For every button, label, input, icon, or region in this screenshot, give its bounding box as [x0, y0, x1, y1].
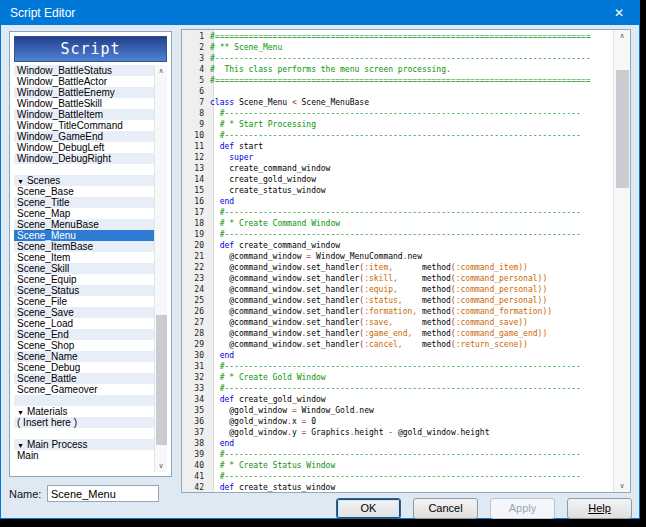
line-number: 32 [182, 372, 210, 383]
code-line: 29 @command_window.set_handler(:cancel, … [182, 339, 613, 350]
category-row[interactable]: ▼Main Process [14, 439, 154, 450]
script-list-scrollbar[interactable]: ∧ ∨ [154, 65, 167, 472]
editor-scrollbar-thumb[interactable] [616, 70, 629, 188]
code-line: 42 def create_status_window [182, 482, 613, 492]
list-item[interactable]: Scene_Menu [14, 230, 154, 241]
code-text: #---------------------------------------… [210, 472, 581, 481]
list-item[interactable]: Scene_Title [14, 197, 154, 208]
code-line: 37 @gold_window.y = Graphics.height - @g… [182, 427, 613, 438]
line-number: 16 [182, 196, 210, 207]
list-item[interactable]: Scene_Debug [14, 362, 154, 373]
scroll-up-icon[interactable]: ∧ [155, 65, 167, 77]
apply-button[interactable]: Apply [490, 498, 555, 519]
line-number: 33 [182, 383, 210, 394]
scroll-down-icon[interactable]: ∨ [155, 460, 167, 472]
list-item-label: Scene_Base [17, 186, 74, 197]
line-number: 13 [182, 163, 210, 174]
script-list-header: Script [14, 36, 167, 62]
list-item[interactable]: Window_DebugRight [14, 153, 154, 164]
line-number: 3 [182, 53, 210, 64]
list-item[interactable]: Scene_Shop [14, 340, 154, 351]
category-collapse-icon[interactable]: ▼ [17, 178, 24, 185]
code-text: #---------------------------------------… [210, 384, 581, 393]
code-line: 6 [182, 86, 613, 97]
script-list-scrollbar-thumb[interactable] [156, 315, 167, 445]
line-number: 39 [182, 449, 210, 460]
list-item[interactable]: Scene_Battle [14, 373, 154, 384]
script-list[interactable]: Window_BattleStatusWindow_BattleActorWin… [14, 65, 154, 472]
name-input[interactable] [47, 485, 159, 502]
category-collapse-icon[interactable]: ▼ [17, 409, 24, 416]
category-row[interactable]: ▼Scenes [14, 175, 154, 186]
code-text: end [210, 439, 234, 448]
scroll-up-icon[interactable]: ∧ [614, 30, 630, 42]
list-item[interactable]: Window_BattleActor [14, 76, 154, 87]
list-item-label: Scene_Load [17, 318, 73, 329]
list-item[interactable]: Window_TitleCommand [14, 120, 154, 131]
code-text: def start [210, 142, 263, 151]
editor-scrollbar[interactable]: ∧ ∨ [613, 30, 630, 492]
list-item[interactable]: Main [14, 450, 154, 461]
list-item[interactable]: Scene_Item [14, 252, 154, 263]
line-number: 21 [182, 251, 210, 262]
list-item[interactable]: Scene_Load [14, 318, 154, 329]
list-item[interactable]: Scene_ItemBase [14, 241, 154, 252]
line-number: 28 [182, 328, 210, 339]
cancel-button[interactable]: Cancel [413, 498, 478, 519]
line-number: 5 [182, 75, 210, 86]
list-item[interactable]: Scene_Equip [14, 274, 154, 285]
list-item[interactable]: Scene_File [14, 296, 154, 307]
line-number: 34 [182, 394, 210, 405]
line-number: 17 [182, 207, 210, 218]
list-item[interactable]: Scene_Map [14, 208, 154, 219]
help-button[interactable]: Help [567, 498, 632, 519]
code-line: 13 create_command_window [182, 163, 613, 174]
ok-button[interactable]: OK [336, 498, 401, 519]
code-text: class Scene_Menu < Scene_MenuBase [210, 98, 369, 107]
list-item-label: Window_BattleEnemy [17, 87, 115, 98]
code-text: def create_gold_window [210, 395, 326, 404]
code-pane[interactable]: 1#======================================… [182, 30, 613, 492]
list-item-label: Main [17, 450, 39, 461]
list-item[interactable]: Window_BattleSkill [14, 98, 154, 109]
category-row[interactable]: ▼Materials [14, 406, 154, 417]
list-item[interactable]: Scene_Gameover [14, 384, 154, 395]
list-item[interactable]: Scene_Skill [14, 263, 154, 274]
list-item-label: Window_TitleCommand [17, 120, 123, 131]
code-line: 15 create_status_window [182, 185, 613, 196]
code-line: 12 super [182, 152, 613, 163]
list-item[interactable]: Window_BattleStatus [14, 65, 154, 76]
list-item-label: Window_GameEnd [17, 131, 103, 142]
list-item[interactable]: ( Insert here ) [14, 417, 154, 428]
code-line: 2# ** Scene_Menu [182, 42, 613, 53]
list-item-label: Scene_Title [17, 197, 69, 208]
scroll-down-icon[interactable]: ∨ [614, 480, 630, 492]
list-item[interactable]: Scene_MenuBase [14, 219, 154, 230]
line-number: 11 [182, 141, 210, 152]
list-item[interactable]: Window_GameEnd [14, 131, 154, 142]
list-item[interactable]: Window_BattleEnemy [14, 87, 154, 98]
list-item[interactable]: Scene_Base [14, 186, 154, 197]
list-item[interactable]: Scene_Save [14, 307, 154, 318]
code-text: #---------------------------------------… [210, 450, 581, 459]
code-editor[interactable]: 1#======================================… [181, 29, 631, 493]
line-number: 10 [182, 130, 210, 141]
list-item[interactable]: Window_BattleItem [14, 109, 154, 120]
line-number: 26 [182, 306, 210, 317]
list-item[interactable]: Window_DebugLeft [14, 142, 154, 153]
line-number: 7 [182, 97, 210, 108]
list-item-label: Scene_Gameover [17, 384, 98, 395]
code-line: 10 #------------------------------------… [182, 130, 613, 141]
code-text: # ** Scene_Menu [210, 43, 282, 52]
category-collapse-icon[interactable]: ▼ [17, 442, 24, 449]
close-icon[interactable]: ✕ [599, 1, 639, 25]
code-text: #=======================================… [210, 32, 591, 41]
code-text: @command_window = Window_MenuCommand.new [210, 252, 422, 261]
list-item[interactable]: Scene_End [14, 329, 154, 340]
list-item[interactable]: Scene_Name [14, 351, 154, 362]
list-item[interactable]: Scene_Status [14, 285, 154, 296]
code-line: 11 def start [182, 141, 613, 152]
list-item-label: Scene_Status [17, 285, 79, 296]
code-line: 18 # * Create Command Window [182, 218, 613, 229]
dialog-buttons: OK Cancel Apply Help [336, 498, 632, 519]
